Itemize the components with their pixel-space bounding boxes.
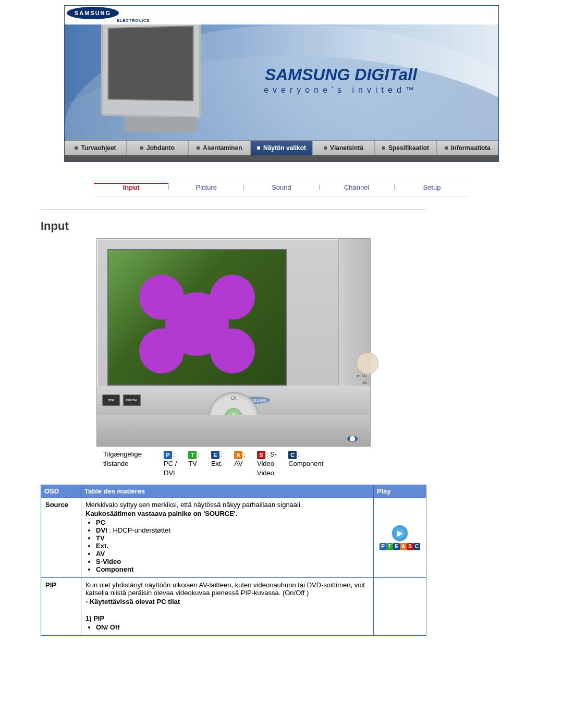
modes-lead-l1: Tilgængelige [103,450,142,458]
mode-colon: : [221,450,223,458]
list-item: AV [96,550,369,558]
mode-colon: : [173,450,175,458]
banner-hero: SAMSUNG DIGITall everyone's invited™ [65,24,498,140]
monitor-base [97,415,370,446]
nav-item-label: Vianetsintä [330,144,363,152]
nav-bullet-icon [382,146,385,150]
subnav-item-picture[interactable]: Picture [169,183,243,191]
nav-item-turvaohjeet[interactable]: Turvaohjeet [65,141,127,155]
table-row: PIPKun olet yhdistänyt näyttöön ulkoisen… [41,577,426,635]
col-header-osd: OSD [41,485,81,497]
subnav-item-setup[interactable]: Setup [395,183,469,191]
nav-item-informaatiota[interactable]: Informaatiota [437,141,498,155]
mode-badge-C: C [413,543,420,550]
logo-row: SAMSUNG ELECTRONICS [65,6,498,24]
nav-item-label: Informaatiota [451,144,491,152]
mode-label2: Video [257,469,274,477]
samsung-wordmark: SAMSUNG [67,7,119,19]
digitall-line2: everyone's invited™ [216,85,466,95]
mode-label: PC / [164,460,177,467]
nav-bullet-icon [75,146,78,150]
nav-bullet-icon [197,146,200,150]
cell-osd: PIP [41,577,81,635]
cell-desc: Kun olet yhdistänyt näyttöön ulkoisen AV… [81,577,374,635]
bbe-badge: BBE [102,394,120,406]
desc-strong: Kaukosäätimen vastaava painike on 'SOURC… [85,510,369,517]
digitall-line1: SAMSUNG DIGITall [216,65,466,84]
list-item: Ext. [96,542,369,550]
divider [41,209,426,210]
mode-badge-S: S [407,543,413,550]
nav-item-label: Spesifikaatiot [388,144,429,152]
desc-bullets: ON/ Off [85,623,369,631]
digitall-tagline: SAMSUNG DIGITall everyone's invited™ [216,65,466,95]
play-mode-badges: PTEASC [378,543,422,550]
modes-list: P: PC /DVI T: TV E: Ext. A: AV S: S- Vid… [164,450,331,478]
nav-item-spesifikaatiot[interactable]: Spesifikaatiot [375,141,437,155]
mode-label: AV [234,460,242,467]
available-modes-row: Tilgængelige tilstande P: PC /DVI T: TV … [103,450,364,478]
nav-item-label: Turvaohjeet [81,144,116,152]
nav-item-asentaminen[interactable]: Asentaminen [189,141,251,155]
nav-bullet-icon [140,146,143,150]
col-header-play: Play [374,485,426,497]
mode-badge-E: E [393,543,400,550]
hero-monitor-image [98,24,201,132]
subnav-item-input[interactable]: Input [94,183,168,191]
monitor-screen-flower-image [107,249,287,386]
list-item: DVI : HDCP-understøttet [96,526,369,534]
mode-colon: : S- [266,450,277,458]
mode-badge-E: E [211,451,219,459]
desc-subsection-title: 1) PIP [85,614,369,622]
nav-footer-bar [65,155,498,162]
list-item: PC [96,519,369,526]
table-row: SourceMerkkivalo syttyy sen merkiksi, et… [41,497,426,577]
nav-bullet-icon [324,146,327,150]
subnav-item-channel[interactable]: Channel [320,183,394,191]
nav-item-label: Asentaminen [203,144,242,152]
modes-lead-l2: tilstande [103,460,128,467]
subnav-item-sound[interactable]: Sound [244,183,319,191]
mode-badge-P: P [164,451,172,459]
nav-item-label: Johdanto [146,144,175,152]
sub-nav: InputPictureSoundChannelSetup [94,178,469,196]
mode-colon: : [198,450,200,458]
mode-badge-A: A [234,451,242,459]
list-item: ON/ Off [96,623,369,631]
mode-label2: DVI [164,469,175,477]
modes-lead: Tilgængelige tilstande [103,450,161,468]
samsung-logo: SAMSUNG ELECTRONICS [65,6,127,24]
nav-item-n-yt-n-valikot[interactable]: Näytön valikot [251,141,313,155]
nav-item-label: Näytön valikot [263,144,306,152]
mode-badge-C: C [288,451,297,459]
monitor-illustration: MENUAVENTER/SOURCEPIP BBE DIGITAL SAMSUN… [96,238,371,447]
mode-badge-T: T [386,543,393,550]
list-item: Component [96,565,369,573]
nav-bullet-icon [445,146,448,150]
base-foot-icon [347,436,358,442]
nav-item-vianetsint-[interactable]: Vianetsintä [313,141,375,155]
mode-badge-A: A [400,543,407,550]
list-item: S-Video [96,558,369,565]
monitor-bezel: BBE DIGITAL SAMSUNG Ch ▼ Ch Vol – Vol + … [97,386,370,415]
desc-strong: - Käytettävissä olevat PC tilat [85,598,369,606]
section-title: Input [41,219,426,233]
main-nav: TurvaohjeetJohdantoAsentaminenNäytön val… [65,140,498,155]
cell-play: PTEASC [374,497,426,577]
mode-badge-S: S [257,451,265,459]
play-button[interactable] [392,525,408,541]
cell-desc: Merkkivalo syttyy sen merkiksi, että näy… [81,497,374,577]
mode-label: Ext. [211,460,223,467]
cell-osd: Source [41,497,81,577]
mode-colon: : [243,450,246,458]
nav-item-johdanto[interactable]: Johdanto [127,141,189,155]
list-item: TV [96,534,369,542]
col-header-desc: Table des matières [81,485,374,497]
nav-bullet-icon [257,146,260,150]
mode-badge-T: T [188,451,197,459]
osd-table: OSD Table des matières Play SourceMerkki… [41,485,426,636]
mode-label: TV [188,460,197,467]
samsung-subbrand: ELECTRONICS [117,18,150,23]
monitor-side-buttons: MENUAVENTER/SOURCEPIP [338,239,370,410]
mode-colon: : [298,450,300,458]
